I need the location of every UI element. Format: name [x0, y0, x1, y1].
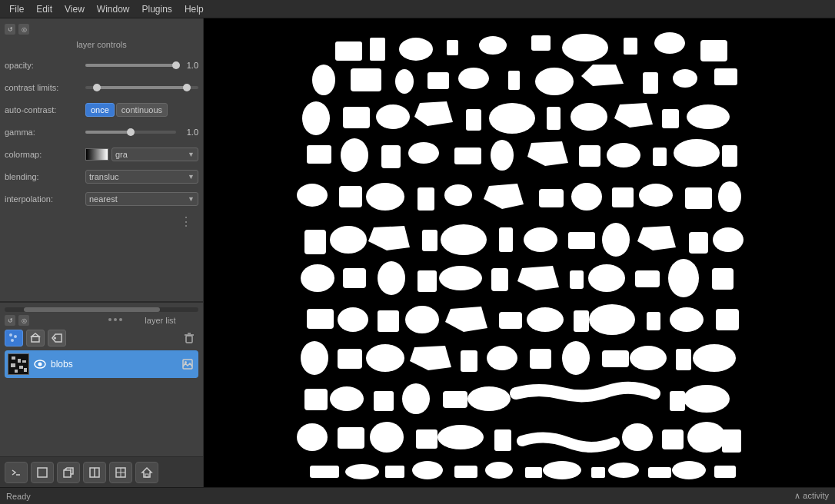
- trash-icon: [183, 332, 195, 344]
- svg-rect-92: [304, 230, 326, 254]
- svg-rect-132: [461, 350, 477, 372]
- svg-point-59: [376, 104, 410, 129]
- svg-rect-35: [293, 26, 747, 479]
- svg-point-119: [405, 306, 439, 333]
- svg-point-73: [491, 140, 514, 171]
- canvas-area[interactable]: [204, 18, 835, 487]
- grid-icon: [115, 466, 127, 479]
- svg-point-2: [11, 339, 14, 342]
- 2d-icon: [36, 466, 48, 479]
- svg-rect-95: [422, 230, 437, 251]
- colormap-row: colormap: gra ▼: [5, 146, 198, 163]
- blobs-image: [293, 26, 747, 479]
- opacity-slider[interactable]: [85, 64, 176, 67]
- menu-file[interactable]: File: [3, 2, 30, 16]
- svg-rect-102: [689, 232, 708, 254]
- svg-rect-116: [307, 309, 334, 329]
- eye-icon: [34, 360, 46, 369]
- panel-splitter[interactable]: ⋮: [5, 213, 198, 230]
- svg-rect-142: [374, 391, 394, 411]
- svg-rect-97: [499, 227, 513, 252]
- svg-rect-138: [676, 349, 691, 370]
- auto-contrast-group: once continuous: [85, 103, 168, 117]
- svg-point-165: [543, 461, 581, 479]
- settings-icon[interactable]: ◎: [18, 24, 29, 35]
- shapes-icon: [30, 333, 41, 343]
- contrast-slider[interactable]: [85, 86, 198, 89]
- svg-rect-105: [343, 268, 366, 288]
- svg-point-46: [312, 65, 335, 95]
- svg-point-161: [412, 461, 443, 479]
- colormap-select[interactable]: gra ▼: [111, 148, 198, 161]
- colormap-preview: [85, 148, 108, 161]
- menu-plugins[interactable]: Plugins: [136, 2, 178, 16]
- menu-window[interactable]: Window: [91, 2, 136, 16]
- svg-point-143: [402, 383, 430, 414]
- list-settings-icon[interactable]: ◎: [18, 315, 29, 326]
- svg-rect-17: [24, 368, 27, 372]
- auto-contrast-continuous-btn[interactable]: continuous: [116, 103, 168, 117]
- svg-rect-66: [662, 109, 679, 128]
- svg-rect-81: [339, 186, 362, 207]
- svg-rect-15: [15, 370, 18, 373]
- menu-edit[interactable]: Edit: [30, 2, 58, 16]
- layer-list-toolbar: [5, 330, 198, 346]
- menu-help[interactable]: Help: [178, 2, 210, 16]
- svg-point-57: [302, 101, 330, 135]
- delete-layer-btn[interactable]: [180, 330, 198, 346]
- 2d-view-btn[interactable]: [31, 462, 54, 483]
- auto-contrast-once-btn[interactable]: once: [85, 103, 115, 117]
- interpolation-value: nearest: [89, 194, 186, 204]
- svg-point-82: [366, 183, 404, 211]
- svg-point-98: [524, 227, 557, 252]
- reset-icon[interactable]: ↺: [5, 24, 15, 35]
- home-icon: [141, 466, 153, 479]
- points-tool-btn[interactable]: [5, 330, 23, 346]
- menu-view[interactable]: View: [58, 2, 91, 16]
- svg-point-126: [670, 307, 704, 332]
- svg-rect-70: [381, 145, 401, 168]
- svg-rect-149: [338, 427, 364, 449]
- colormap-label: colormap:: [5, 150, 85, 159]
- svg-point-55: [673, 69, 697, 88]
- 3d-view-btn[interactable]: [57, 462, 80, 483]
- svg-rect-41: [531, 35, 551, 51]
- list-expand-dots[interactable]: [108, 318, 122, 321]
- shapes-tool-btn[interactable]: [26, 330, 45, 346]
- list-reset-icon[interactable]: ↺: [5, 315, 15, 326]
- split-view-btn[interactable]: [83, 462, 106, 483]
- svg-rect-23: [38, 468, 47, 477]
- layer-item-blobs[interactable]: blobs: [5, 350, 198, 378]
- auto-contrast-buttons: once continuous: [85, 103, 198, 117]
- main-layout: ↺ ◎ layer controls opacity: 1.0 contrast…: [0, 18, 835, 487]
- svg-rect-51: [508, 71, 520, 90]
- svg-rect-99: [568, 232, 595, 249]
- gamma-slider[interactable]: [85, 131, 176, 134]
- svg-rect-123: [574, 310, 589, 332]
- three-dots-icon: ⋮: [180, 214, 194, 229]
- svg-rect-39: [447, 40, 458, 55]
- svg-rect-90: [685, 187, 712, 209]
- svg-point-156: [687, 422, 726, 453]
- svg-point-139: [693, 344, 736, 372]
- labels-tool-btn[interactable]: [48, 330, 66, 346]
- home-btn[interactable]: [135, 462, 158, 483]
- interpolation-select[interactable]: nearest ▼: [85, 192, 198, 206]
- ready-status: Ready: [6, 492, 31, 501]
- contrast-control: [85, 86, 198, 89]
- activity-btn[interactable]: ∧ activity: [794, 491, 829, 501]
- svg-rect-83: [418, 187, 434, 211]
- svg-rect-115: [712, 268, 734, 290]
- opacity-row: opacity: 1.0: [5, 57, 198, 74]
- layer-visibility-btn[interactable]: [32, 356, 48, 372]
- grid-view-btn[interactable]: [109, 462, 132, 483]
- console-btn[interactable]: [5, 462, 28, 483]
- auto-contrast-row: auto-contrast: once continuous: [5, 101, 198, 118]
- blending-label: blending:: [5, 172, 85, 181]
- svg-point-91: [718, 181, 741, 212]
- layer-controls-panel: ↺ ◎ layer controls opacity: 1.0 contrast…: [0, 18, 203, 303]
- layer-list-scrollbar[interactable]: [5, 307, 198, 312]
- svg-rect-37: [370, 38, 385, 61]
- blending-select[interactable]: transluc ▼: [85, 170, 198, 184]
- svg-point-96: [441, 224, 487, 255]
